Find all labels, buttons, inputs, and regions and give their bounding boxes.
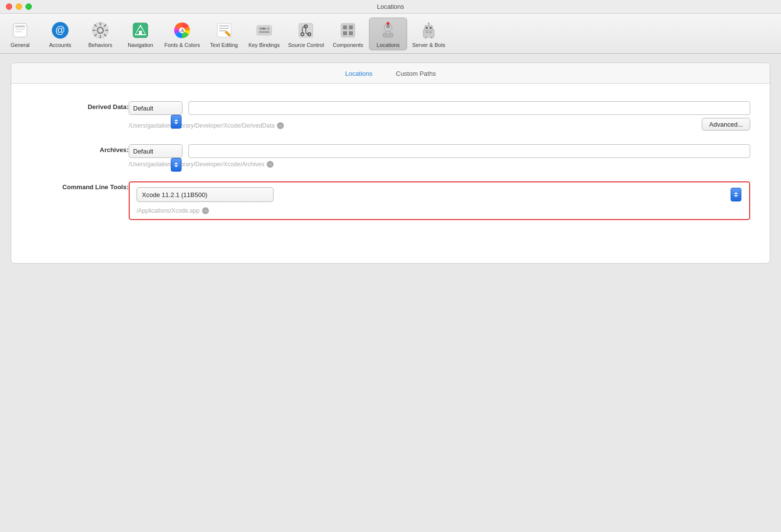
traffic-lights [6, 3, 32, 10]
cmd-stepper-up-icon [734, 192, 738, 194]
archives-path-input[interactable] [188, 144, 750, 158]
svg-rect-59 [429, 31, 432, 33]
general-icon [10, 20, 30, 41]
general-label: General [10, 42, 29, 48]
archives-row: Archives: Default [31, 144, 750, 168]
cmd-tools-path-arrow-icon[interactable]: → [202, 207, 209, 214]
close-button[interactable] [6, 3, 12, 10]
svg-rect-33 [259, 31, 270, 33]
svg-text:A: A [180, 27, 184, 33]
locations-icon [378, 20, 398, 41]
cmd-select-wrapper: Xcode 11.2.1 (11B500) [137, 187, 742, 202]
archives-label: Archives: [31, 144, 129, 154]
toolbar-item-locations[interactable]: Locations [369, 18, 407, 50]
derived-data-path-text: /Users/gaolailong/Library/Developer/Xcod… [129, 122, 275, 129]
toolbar-item-source-control[interactable]: Source Control [285, 18, 327, 50]
cmd-stepper-down-icon [734, 195, 738, 197]
source-control-icon [296, 20, 316, 41]
svg-rect-32 [267, 27, 270, 30]
archives-select[interactable]: Default [129, 144, 183, 158]
toolbar-item-server-bots[interactable]: Server & Bots [409, 18, 448, 50]
svg-point-55 [430, 27, 432, 29]
toolbar-item-key-bindings[interactable]: alt opt Key Bindings [245, 18, 283, 50]
cmd-tools-stepper[interactable] [731, 188, 741, 201]
fonts-colors-icon: A [172, 20, 192, 41]
derived-data-select[interactable]: Default [129, 101, 183, 115]
fonts-colors-label: Fonts & Colors [164, 42, 200, 48]
toolbar-item-accounts[interactable]: @ Accounts [41, 18, 79, 50]
command-line-tools-row: Command Line Tools: Xcode 11.2.1 (11B500… [31, 181, 750, 220]
archives-path-display: /Users/gaolailong/Library/Developer/Xcod… [129, 161, 750, 168]
cmd-tools-path-display: /Applications/Xcode.app → [137, 207, 742, 214]
server-bots-icon [418, 20, 439, 41]
command-line-tools-select[interactable]: Xcode 11.2.1 (11B500) [137, 187, 274, 202]
derived-data-stepper[interactable] [171, 115, 182, 129]
navigation-icon [130, 20, 151, 41]
svg-rect-19 [139, 31, 142, 34]
svg-text:opt: opt [262, 27, 266, 30]
toolbar-item-behaviors[interactable]: Behaviors [81, 18, 119, 50]
svg-point-57 [428, 22, 430, 24]
derived-data-path-arrow-icon[interactable]: → [277, 122, 284, 129]
derived-data-path-display: /Users/gaolailong/Library/Developer/Xcod… [129, 122, 284, 129]
source-control-label: Source Control [288, 42, 324, 48]
toolbar-item-navigation[interactable]: Navigation [121, 18, 160, 50]
svg-point-51 [387, 22, 390, 25]
toolbar: General @ Accounts [0, 14, 781, 54]
derived-data-row: Derived Data: Default [31, 101, 750, 131]
archives-stepper-up-icon [174, 162, 178, 164]
toolbar-item-fonts-colors[interactable]: A Fonts & Colors [161, 18, 203, 50]
svg-text:@: @ [55, 24, 65, 35]
minimize-button[interactable] [16, 3, 22, 10]
svg-rect-45 [343, 31, 347, 35]
maximize-button[interactable] [25, 3, 32, 10]
title-bar: Locations [0, 0, 781, 14]
key-bindings-label: Key Bindings [249, 42, 280, 48]
derived-data-path-input[interactable] [188, 101, 750, 115]
tab-locations[interactable]: Locations [343, 69, 374, 78]
svg-rect-42 [341, 23, 355, 37]
behaviors-icon [90, 20, 111, 41]
svg-rect-2 [15, 29, 25, 30]
toolbar-item-components[interactable]: Components [329, 18, 367, 50]
toolbar-item-text-editing[interactable]: Text Editing [205, 18, 243, 50]
archives-stepper-down-icon [174, 165, 178, 167]
locations-label: Locations [377, 42, 400, 48]
svg-rect-43 [343, 25, 347, 29]
components-label: Components [333, 42, 363, 48]
svg-rect-46 [349, 31, 353, 35]
svg-point-50 [386, 24, 390, 28]
panel-body: Derived Data: Default [11, 84, 770, 263]
stepper-down-icon [174, 122, 178, 124]
svg-rect-1 [15, 25, 25, 27]
archives-controls: Default /Users/gaolailong/Library/Develo… [129, 144, 750, 168]
highlighted-section: Xcode 11.2.1 (11B500) /Applications/Xcod… [129, 181, 750, 220]
accounts-icon: @ [50, 20, 70, 41]
svg-point-54 [426, 27, 428, 29]
svg-rect-58 [426, 31, 428, 33]
server-bots-label: Server & Bots [412, 42, 445, 48]
archives-stepper[interactable] [171, 158, 182, 172]
text-editing-icon [214, 20, 234, 41]
advanced-button[interactable]: Advanced... [702, 118, 750, 131]
behaviors-label: Behaviors [89, 42, 113, 48]
tab-custom-paths[interactable]: Custom Paths [394, 69, 438, 78]
command-line-tools-controls: Xcode 11.2.1 (11B500) /Applications/Xcod… [129, 181, 750, 220]
navigation-label: Navigation [128, 42, 153, 48]
stepper-up-icon [174, 119, 178, 121]
text-editing-label: Text Editing [210, 42, 238, 48]
main-content: Locations Custom Paths Derived Data: Def… [0, 54, 781, 272]
derived-data-label: Derived Data: [31, 101, 129, 111]
cmd-tools-path-text: /Applications/Xcode.app [137, 207, 200, 214]
components-icon [338, 20, 358, 41]
window-title: Locations [377, 3, 404, 10]
derived-data-controls: Default /Users/gaolailong/Library/Develo… [129, 101, 750, 131]
archives-select-wrapper: Default [129, 144, 183, 158]
key-bindings-icon: alt opt [254, 20, 275, 41]
archives-path-text: /Users/gaolailong/Library/Developer/Xcod… [129, 161, 264, 168]
panel: Locations Custom Paths Derived Data: Def… [11, 63, 770, 264]
toolbar-item-general[interactable]: General [1, 18, 39, 50]
svg-rect-44 [349, 25, 353, 29]
accounts-label: Accounts [49, 42, 71, 48]
archives-path-arrow-icon[interactable]: → [267, 161, 274, 168]
